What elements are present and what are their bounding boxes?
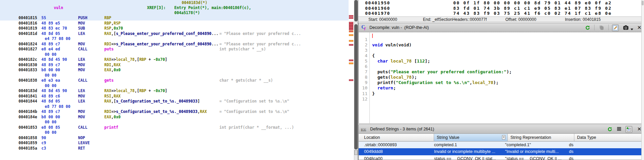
listing-row[interactable]: 0040182448 89 c7MOVRDI=>s_Please_enter_y… — [0, 42, 349, 47]
bookmark-marker[interactable] — [349, 29, 353, 30]
listing-row[interactable]: 0040181d48 8d 05LEARAX,[s_Please_enter_y… — [0, 31, 349, 36]
table-row[interactable]: 0049ddd8Invalid or incomplete multibyte … — [359, 148, 642, 155]
right-scrollbar[interactable] — [641, 0, 644, 160]
line-number: 5 — [359, 58, 367, 64]
text-caret — [372, 34, 373, 38]
line-number: 1 — [359, 37, 367, 42]
defined-strings-panel: 0101DAT Defined Strings - 3 items (of 26… — [358, 124, 644, 160]
xref-count-label: XREF[3]: — [147, 5, 166, 10]
listing-row[interactable]: 0040185ac3RET — [0, 146, 349, 151]
listing-row-continuation[interactable]: 00 00 — [0, 130, 349, 135]
listing-row[interactable]: 0040181648 89 e5MOVRBP,RSP — [0, 21, 349, 26]
scrollbar-thumb[interactable] — [354, 24, 358, 150]
code-line[interactable]: { — [372, 53, 375, 58]
listing-panel[interactable]: 0040183d(*) vuln XREF[3]: Entry Point(*)… — [0, 0, 349, 160]
chevron-down-icon[interactable] — [629, 26, 635, 32]
xref-ref-line1[interactable]: Entry Point(*), main:0040186f(c), — [174, 5, 251, 10]
xref-ref-line2[interactable]: 004a5178(*) — [174, 10, 200, 15]
ghidra-window: { "colors":{"selection_band":"#e1ecfa","… — [0, 0, 644, 160]
column-header-location[interactable]: Location — [359, 134, 434, 141]
snapshot-camera-icon[interactable] — [623, 25, 629, 31]
bookmark-marker[interactable] — [349, 34, 353, 36]
column-header-data-type[interactable]: Data Type — [574, 134, 642, 141]
code-line[interactable]: return; — [372, 85, 396, 90]
listing-row-continuation[interactable]: 00 00 — [0, 83, 349, 88]
bookmark-marker[interactable] — [349, 40, 353, 42]
listing-row-continuation[interactable]: 00 00 — [0, 73, 349, 78]
listing-row-continuation[interactable]: e8 77 08 00 — [0, 104, 349, 109]
line-number-gutter: 123456789101112 — [359, 32, 370, 123]
toolbar-separator — [594, 25, 595, 30]
bookmark-marker[interactable] — [349, 31, 353, 32]
bookmark-marker[interactable] — [349, 63, 353, 64]
status-end: End: _elfSectionHeaders::0000077f — [423, 17, 487, 22]
listing-row[interactable]: 00401853e8 08 85CALLprintfint printf(cha… — [0, 125, 349, 130]
status-insertion: Insertion: 00401815 — [565, 17, 601, 22]
listing-row[interactable]: 0040181948 83 ec 70SUBRSP,0x70 — [0, 26, 349, 31]
table-row[interactable]: .strtab::00000893completed.1"completed.1… — [359, 142, 642, 148]
code-line[interactable]: gets(local_78); — [372, 75, 417, 80]
code-line[interactable]: printf("Configuration set to %s.\n",loca… — [372, 80, 499, 85]
bytes-viewer-statusbar: Start: 00400000 End: _elfSectionHeaders:… — [358, 16, 644, 22]
scrollbar-thumb-small[interactable] — [354, 150, 358, 155]
listing-row[interactable]: 00401833b8 00 00MOVEAX,0x0 — [0, 68, 349, 73]
listing-marker-margin — [349, 0, 354, 160]
listing-row[interactable]: 0040184448 8d 05LEARAX,[s_Configuration_… — [0, 99, 349, 104]
listing-row-continuation[interactable]: 00 00 — [0, 120, 349, 125]
bookmark-marker[interactable] — [349, 59, 353, 61]
hex-row[interactable]: 0040197074 43 83 f9 03 75 25 41 f6 c0 02… — [358, 11, 644, 16]
function-label[interactable]: vuln — [54, 5, 63, 10]
listing-row[interactable]: 0040183048 89 c7MOVRDI,RAX — [0, 63, 349, 68]
decompile-code-area[interactable]: 123456789101112 void vuln(void){ char lo… — [359, 32, 644, 123]
code-line[interactable]: } — [372, 91, 375, 96]
sort-indicator-icon — [502, 135, 505, 139]
line-number: 7 — [359, 69, 367, 74]
listing-row[interactable]: 0040183d48 8d 45 90LEARAX=>local_78,[RBP… — [0, 88, 349, 93]
bookmark-marker[interactable] — [349, 79, 353, 81]
filter-edit-icon[interactable] — [625, 126, 632, 133]
listing-row[interactable]: 0040185890NOP — [0, 135, 349, 141]
table-row[interactable]: 0048ca00status == __GCONV_OK || stat..."… — [359, 155, 642, 160]
listing-row[interactable]: 0040181555PUSHRBP — [0, 15, 349, 21]
copy-icon[interactable] — [599, 25, 605, 31]
bookmark-marker[interactable] — [349, 44, 353, 46]
line-number: 10 — [359, 85, 367, 90]
scrollbar-thumb[interactable] — [642, 1, 644, 5]
bookmark-marker[interactable] — [349, 15, 353, 17]
listing-row-continuation[interactable]: 00 00 — [0, 52, 349, 57]
code-line[interactable]: char local_78 [112]; — [372, 58, 430, 64]
scrollbar-thumb[interactable] — [354, 0, 358, 22]
bookmark-marker[interactable] — [349, 17, 353, 19]
hex-row[interactable]: 0040195000 0f 1f 80 00 00 00 00 8d 79 01… — [358, 0, 644, 5]
line-number: 3 — [359, 48, 367, 53]
menu-icon[interactable] — [616, 126, 622, 132]
listing-row[interactable]: 00401859c9LEAVE — [0, 141, 349, 146]
decompile-panel-header[interactable]: Cf Decompile: vuln - (ROP-the-AI) ✕ — [359, 23, 644, 32]
line-number: 9 — [359, 80, 367, 85]
xref-overflow-address[interactable]: 0040183d(*) — [182, 0, 207, 5]
listing-row[interactable]: 00401838e8 e3 eaCALLgetschar * gets(char… — [0, 78, 349, 83]
line-number: 4 — [359, 53, 367, 58]
code-line[interactable]: void vuln(void) — [372, 42, 412, 47]
listing-row[interactable]: 0040182c48 8d 45 90LEARAX=>local_78,[RBP… — [0, 57, 349, 62]
column-header-string-value[interactable]: String Value — [434, 134, 508, 141]
decompiler-icon: Cf — [361, 24, 366, 30]
listing-row[interactable]: 0040184b48 89 c7MOVRDI=>s_Configuration_… — [0, 109, 349, 114]
listing-row[interactable]: 00401827e8 e4 edCALLputsint puts(char * … — [0, 47, 349, 52]
refresh-icon[interactable] — [584, 25, 591, 31]
line-number: 6 — [359, 64, 367, 69]
column-header-string-representation[interactable]: String Representation — [508, 134, 574, 141]
listing-row-continuation[interactable]: e4 77 08 00 — [0, 36, 349, 41]
status-start: Start: 00400000 — [368, 17, 397, 22]
hex-row[interactable]: 0040196083 fd 01 74 3b 89 c1 c1 e9 05 83… — [358, 6, 644, 11]
listing-row[interactable]: 0040184eb8 00 00MOVEAX,0x0 — [0, 115, 349, 120]
toolbar-separator — [608, 25, 609, 30]
edit-icon[interactable] — [612, 25, 619, 31]
code-line[interactable]: puts("Please enter your preferred config… — [372, 69, 512, 74]
listing-row[interactable]: 0040184148 89 c6MOVRSI,RAX — [0, 94, 349, 99]
line-number: 8 — [359, 75, 367, 80]
right-panel-column: 0040195000 0f 1f 80 00 00 00 00 8d 79 01… — [358, 0, 644, 160]
table-column-headers: LocationString ValueString Representatio… — [359, 134, 642, 142]
refresh-icon[interactable] — [607, 126, 613, 132]
defined-strings-header[interactable]: 0101DAT Defined Strings - 3 items (of 26… — [359, 125, 644, 134]
